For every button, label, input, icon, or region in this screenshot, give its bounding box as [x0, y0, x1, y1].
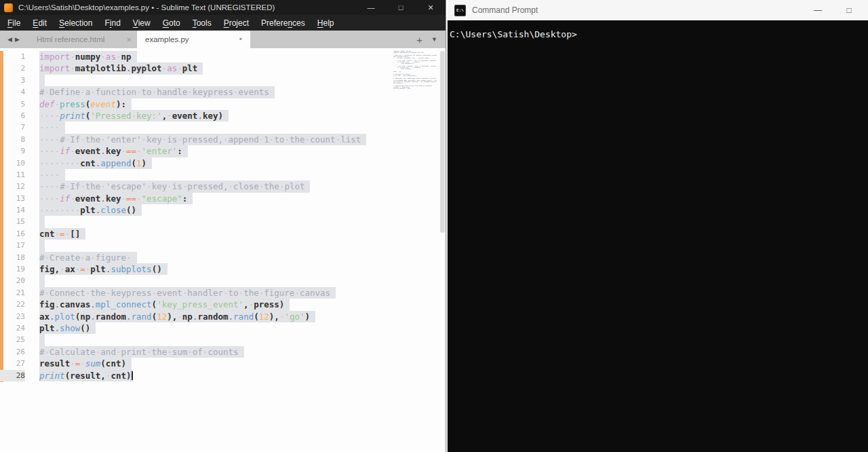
- selection-highlight: [39, 240, 45, 251]
- tab-overflow-icon[interactable]: ▼: [431, 36, 437, 43]
- maximize-button[interactable]: □: [386, 0, 416, 15]
- code-line: 14········plt.close(): [0, 204, 366, 216]
- selection-highlight: import·numpy·as·np: [39, 51, 137, 62]
- code-line: 20: [0, 275, 366, 286]
- code-line: 1import·numpy·as·np: [0, 51, 366, 62]
- sublime-icon: [4, 3, 13, 12]
- code-line: 2import·matplotlib.pyplot·as·plt: [0, 62, 366, 74]
- line-number: 14: [0, 204, 25, 216]
- line-number: 10: [0, 157, 25, 169]
- code-line: 5def·press(event):: [0, 98, 366, 110]
- new-tab-icon[interactable]: +: [416, 35, 422, 45]
- line-number: 20: [0, 275, 25, 286]
- window-title: C:\Users\Satish\Desktop\examples.py • - …: [18, 3, 275, 12]
- code-line: 9····if·event.key·==·'enter':: [0, 145, 366, 157]
- code-line: 28print(result,·cnt): [0, 370, 366, 381]
- code-line: 11····: [0, 169, 366, 181]
- minimize-button[interactable]: —: [356, 0, 386, 15]
- selection-highlight: ········cnt.append(1): [39, 157, 152, 169]
- modified-dot-icon: •: [239, 35, 242, 43]
- selection-highlight: ····#·If·the·'enter'·key·is·pressed,·app…: [39, 134, 366, 145]
- tab-html-reference-html[interactable]: Html reference.html×: [27, 31, 137, 48]
- selection-highlight: ····if·event.key·==·"escape":: [39, 193, 193, 204]
- selection-highlight: cnt·=·[]: [39, 228, 85, 240]
- minimap-content: import numpy as np import matplotlib.pyp…: [393, 50, 437, 89]
- code-line: 19fig,·ax·=·plt.subplots(): [0, 263, 366, 275]
- selection-highlight: import·matplotlib.pyplot·as·plt: [39, 62, 203, 74]
- menu-tools[interactable]: Tools: [186, 18, 218, 28]
- selection-highlight: def·press(event):: [39, 98, 132, 110]
- code-line: 8····#·If·the·'enter'·key·is·pressed,·ap…: [0, 134, 366, 145]
- code-line: 18#·Create·a·figure·: [0, 252, 366, 263]
- line-number: 4: [0, 86, 25, 98]
- line-number: 2: [0, 62, 25, 74]
- selection-highlight: [39, 75, 45, 86]
- line-number: 7: [0, 121, 25, 133]
- selection-highlight: ····#·If·the·'escape'·key·is·pressed,·cl…: [39, 181, 310, 192]
- line-number: 6: [0, 110, 25, 121]
- sublime-title-bar[interactable]: C:\Users\Satish\Desktop\examples.py • - …: [0, 0, 446, 15]
- window-controls: — □ ✕: [356, 0, 446, 15]
- editor[interactable]: 1import·numpy·as·np2import·matplotlib.py…: [0, 48, 446, 452]
- text-cursor: [132, 371, 133, 380]
- line-number: 9: [0, 145, 25, 157]
- line-number: 13: [0, 193, 25, 204]
- code-line: 25: [0, 334, 366, 345]
- menu-selection[interactable]: Selection: [53, 18, 98, 28]
- cmd-title-bar[interactable]: C:\ Command Prompt — □: [446, 0, 868, 20]
- menu-find[interactable]: Find: [98, 18, 126, 28]
- menu-edit[interactable]: Edit: [26, 18, 53, 28]
- line-number: 15: [0, 216, 25, 227]
- code-line: 21#·Connect·the·keypress·event·handler·t…: [0, 287, 366, 299]
- cmd-maximize-button[interactable]: □: [833, 0, 865, 20]
- cmd-window-title: Command Prompt: [472, 5, 538, 15]
- code-line: 3: [0, 75, 366, 86]
- tab-strip: Html reference.html×examples.py•: [27, 31, 250, 48]
- selection-highlight: result·=·sum(cnt): [39, 358, 132, 369]
- selection-highlight: #·Calculate·and·print·the·sum·of·counts: [39, 346, 244, 358]
- sublime-text-window: C:\Users\Satish\Desktop\examples.py • - …: [0, 0, 446, 452]
- selection-highlight: ········plt.close(): [39, 204, 142, 216]
- minimap[interactable]: import numpy as np import matplotlib.pyp…: [393, 50, 437, 92]
- cmd-minimize-button[interactable]: —: [802, 0, 833, 20]
- menu-help[interactable]: Help: [311, 18, 340, 28]
- code-line: 10········cnt.append(1): [0, 157, 366, 169]
- menu-project[interactable]: Project: [218, 18, 255, 28]
- selection-highlight: print(result,·cnt): [39, 370, 133, 381]
- code-line: 23ax.plot(np.random.rand(12),·np.random.…: [0, 311, 366, 322]
- command-prompt-window: C:\ Command Prompt — □ C:\Users\Satish\D…: [446, 0, 868, 452]
- line-number: 28: [0, 370, 25, 381]
- selection-highlight: #·Connect·the·keypress·event·handler·to·…: [39, 287, 336, 299]
- close-tab-icon[interactable]: ×: [126, 35, 132, 44]
- selection-highlight: [39, 216, 45, 227]
- selection-highlight: ····: [39, 169, 65, 181]
- tab-back-icon[interactable]: ◀: [7, 36, 12, 43]
- menu-view[interactable]: View: [127, 18, 157, 28]
- menu-preferences[interactable]: Preferences: [255, 18, 311, 28]
- code-line: 24plt.show(): [0, 322, 366, 334]
- line-number: 26: [0, 346, 25, 358]
- menu-goto[interactable]: Goto: [157, 18, 186, 28]
- menu-file[interactable]: File: [1, 18, 26, 28]
- tab-examples-py[interactable]: examples.py•: [137, 31, 250, 48]
- menu-bar: FileEditSelectionFindViewGotoToolsProjec…: [0, 15, 446, 31]
- tab-nav-arrows: ◀ ▶: [0, 31, 27, 48]
- line-number: 19: [0, 263, 25, 275]
- line-number: 3: [0, 75, 25, 86]
- line-number: 21: [0, 287, 25, 299]
- cmd-console[interactable]: C:\Users\Satish\Desktop>: [446, 20, 868, 452]
- selection-highlight: plt.show(): [39, 322, 96, 334]
- line-number: 16: [0, 228, 25, 240]
- line-number: 24: [0, 322, 25, 334]
- editor-scrollbar[interactable]: [440, 51, 445, 233]
- selection-highlight: ····: [39, 121, 65, 133]
- close-button[interactable]: ✕: [416, 0, 446, 15]
- tab-forward-icon[interactable]: ▶: [15, 36, 20, 43]
- code-line: 26#·Calculate·and·print·the·sum·of·count…: [0, 346, 366, 358]
- line-number: 22: [0, 299, 25, 310]
- line-number: 12: [0, 181, 25, 192]
- code-line: 13····if·event.key·==·"escape":: [0, 193, 366, 204]
- selection-highlight: ····print('Pressed·key:',·event.key): [39, 110, 229, 121]
- code-line: 22fig.canvas.mpl_connect('key_press_even…: [0, 299, 366, 310]
- tab-bar-extra: + ▼: [416, 31, 446, 48]
